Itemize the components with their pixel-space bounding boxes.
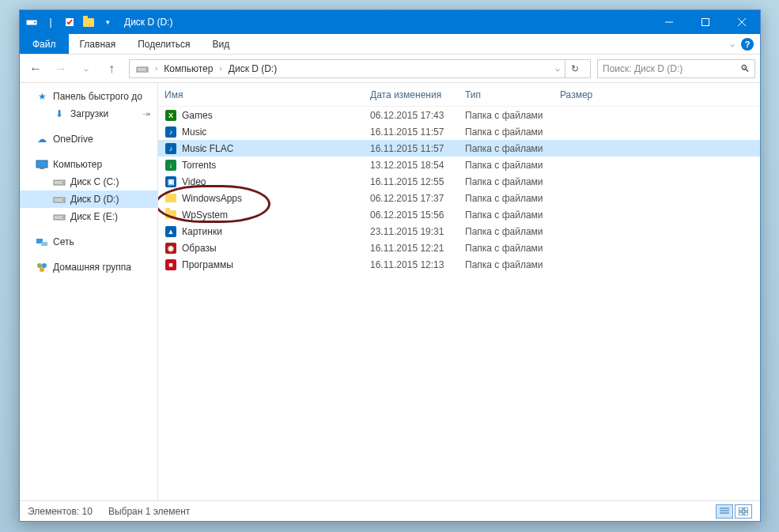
sidebar-quick-access[interactable]: ★ Панель быстрого до: [20, 88, 157, 105]
drive-icon: [23, 13, 40, 31]
sidebar-drive[interactable]: Диск C (C:): [20, 173, 157, 191]
maximize-button[interactable]: [687, 10, 724, 34]
window-title: Диск D (D:): [119, 17, 172, 28]
file-row[interactable]: WindowsApps06.12.2015 17:37Папка с файла…: [158, 190, 760, 206]
svg-point-19: [37, 263, 42, 268]
sidebar-item-label: Диск E (E:): [70, 211, 118, 222]
ribbon-tab-home[interactable]: Главная: [69, 34, 127, 54]
sidebar-drive[interactable]: Диск D (D:): [20, 191, 157, 208]
sidebar-computer[interactable]: Компьютер: [20, 156, 157, 173]
file-date: 13.12.2015 18:54: [364, 160, 459, 171]
file-date: 16.11.2015 11:57: [364, 126, 459, 138]
column-date[interactable]: Дата изменения: [364, 89, 459, 100]
breadcrumb-drive-d[interactable]: Диск D (D:): [224, 63, 282, 74]
svg-rect-10: [40, 168, 44, 169]
star-icon: ★: [36, 90, 48, 103]
file-type-icon: ▲: [164, 225, 177, 238]
file-row[interactable]: ↓Torrents13.12.2015 18:54Папка с файлами: [158, 157, 760, 173]
address-bar[interactable]: › Компьютер › Диск D (D:) ⌵ ↻: [129, 59, 591, 78]
svg-rect-18: [41, 242, 47, 246]
column-type[interactable]: Тип: [459, 89, 554, 100]
svg-point-20: [42, 263, 47, 268]
file-type: Папка с файлами: [459, 209, 554, 221]
file-date: 06.12.2015 15:56: [364, 209, 459, 221]
nav-recent-dropdown[interactable]: ⌵: [75, 58, 97, 80]
folder-icon[interactable]: [80, 13, 97, 31]
ribbon-expand-icon[interactable]: ⌵: [730, 40, 735, 48]
file-row[interactable]: ♪Music FLAC16.11.2015 11:57Папка с файла…: [158, 140, 760, 157]
explorer-window: | ▾ Диск D (D:) Файл Главная Поделиться …: [19, 9, 761, 522]
file-date: 16.11.2015 11:57: [364, 143, 459, 154]
file-row[interactable]: ♪Music16.11.2015 11:57Папка с файлами: [158, 123, 760, 140]
search-input[interactable]: Поиск: Диск D (D:) 🔍︎: [597, 59, 755, 78]
file-type: Папка с файлами: [459, 176, 554, 187]
help-icon[interactable]: ?: [741, 38, 754, 51]
svg-rect-9: [36, 160, 47, 168]
file-date: 16.11.2015 12:13: [364, 259, 459, 270]
sidebar-item-label: Панель быстрого до: [53, 91, 142, 102]
sidebar-item-label: Домашняя группа: [53, 262, 131, 273]
file-list-pane: Имя Дата изменения Тип Размер XGames06.1…: [158, 83, 760, 500]
ribbon-tab-view[interactable]: Вид: [201, 34, 240, 54]
file-date: 23.11.2015 19:31: [364, 226, 459, 237]
breadcrumb-root-icon[interactable]: [131, 64, 153, 74]
sidebar-drive[interactable]: Диск E (E:): [20, 208, 157, 225]
sidebar-downloads[interactable]: ⬇ Загрузки 📌︎: [20, 105, 157, 123]
view-details-button[interactable]: [716, 504, 733, 519]
search-placeholder: Поиск: Диск D (D:): [603, 63, 683, 74]
file-type: Папка с файлами: [459, 126, 554, 138]
file-name: Образы: [182, 243, 217, 254]
sidebar-homegroup[interactable]: Домашняя группа: [20, 258, 157, 276]
ribbon-tab-share[interactable]: Поделиться: [127, 34, 201, 54]
file-row[interactable]: WpSystem06.12.2015 15:56Папка с файлами: [158, 206, 760, 223]
search-icon[interactable]: 🔍︎: [740, 63, 750, 74]
minimize-button[interactable]: [651, 10, 687, 34]
file-list[interactable]: XGames06.12.2015 17:43Папка с файлами♪Mu…: [158, 107, 760, 500]
column-headers: Имя Дата изменения Тип Размер: [158, 83, 760, 107]
column-name[interactable]: Имя: [158, 89, 364, 100]
content-area: ★ Панель быстрого до ⬇ Загрузки 📌︎ ☁ One…: [20, 83, 760, 500]
titlebar: | ▾ Диск D (D:): [20, 10, 760, 34]
nav-up-button[interactable]: ↑: [100, 58, 123, 80]
chevron-right-icon[interactable]: ›: [217, 64, 223, 73]
file-type: Папка с файлами: [459, 193, 554, 204]
breadcrumb-computer[interactable]: Компьютер: [159, 63, 217, 74]
file-name: WpSystem: [182, 209, 228, 221]
file-type: Папка с файлами: [459, 110, 554, 121]
ribbon: Файл Главная Поделиться Вид ⌵ ?: [20, 34, 760, 55]
file-name: Games: [182, 110, 213, 121]
file-row[interactable]: XGames06.12.2015 17:43Папка с файлами: [158, 107, 760, 123]
svg-point-1: [34, 22, 36, 24]
file-row[interactable]: ■Программы16.11.2015 12:13Папка с файлам…: [158, 256, 760, 273]
nav-forward-button[interactable]: →: [50, 58, 72, 80]
properties-icon[interactable]: [61, 13, 78, 31]
file-row[interactable]: ▣Video16.11.2015 12:55Папка с файлами: [158, 173, 760, 190]
drive-icon: [53, 210, 66, 223]
sidebar-onedrive[interactable]: ☁ OneDrive: [20, 130, 157, 148]
refresh-button[interactable]: ↻: [565, 60, 584, 77]
chevron-right-icon[interactable]: ›: [153, 64, 159, 73]
file-row[interactable]: ◉Образы16.11.2015 12:21Папка с файлами: [158, 240, 760, 256]
address-dropdown-icon[interactable]: ⌵: [555, 64, 560, 73]
svg-point-8: [146, 69, 147, 70]
column-size[interactable]: Размер: [554, 89, 617, 100]
file-name: Video: [182, 176, 206, 187]
view-icons-button[interactable]: [735, 504, 752, 519]
qat-dropdown-icon[interactable]: ▾: [99, 13, 116, 31]
network-icon: [36, 236, 48, 248]
navigation-pane[interactable]: ★ Панель быстрого до ⬇ Загрузки 📌︎ ☁ One…: [20, 83, 158, 500]
sidebar-network[interactable]: Сеть: [20, 233, 157, 251]
file-type: Папка с файлами: [459, 143, 554, 154]
file-type: Папка с файлами: [459, 259, 554, 270]
file-type-icon: ♪: [164, 126, 177, 138]
qat: | ▾: [20, 13, 119, 31]
close-button[interactable]: [724, 10, 760, 34]
sidebar-item-label: Диск D (D:): [70, 194, 119, 205]
svg-rect-28: [744, 512, 748, 515]
ribbon-file-tab[interactable]: Файл: [20, 34, 69, 54]
file-row[interactable]: ▲Картинки23.11.2015 19:31Папка с файлами: [158, 223, 760, 240]
file-date: 06.12.2015 17:43: [364, 110, 459, 121]
file-type: Папка с файлами: [459, 226, 554, 237]
nav-back-button[interactable]: ←: [25, 58, 47, 80]
file-type-icon: [164, 192, 177, 205]
